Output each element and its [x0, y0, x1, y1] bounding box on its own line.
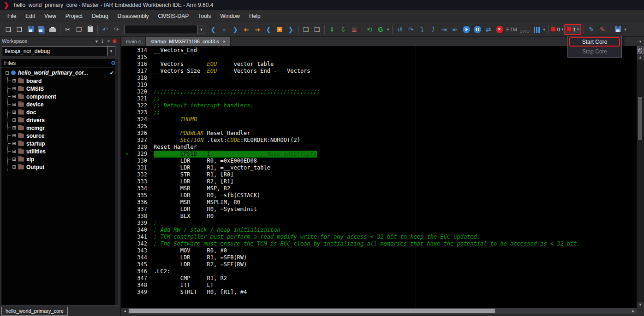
nav-back-button[interactable]: ❮ — [208, 24, 218, 35]
scroll-right-icon[interactable]: ▸ — [630, 309, 637, 313]
new-file-button[interactable]: ❏ — [3, 24, 13, 35]
edit-breakpoints-button[interactable]: ✎ — [597, 24, 608, 35]
code-line[interactable]: 334 MSR MSP, R2 — [121, 185, 637, 192]
breakpoint-gutter[interactable] — [121, 102, 131, 109]
menu-edit[interactable]: Edit — [21, 11, 40, 21]
tree-item-xip[interactable]: ⊞xip — [8, 155, 119, 163]
erase-memory-button[interactable]: ≣ — [349, 24, 359, 35]
editor-tab-startup-mimxrt1186-cm33-s[interactable]: startup_MIMXRT1186_cm33.s× — [146, 37, 231, 46]
config-dropdown-caret-icon[interactable]: ▾ — [107, 47, 115, 56]
breakpoint-gutter[interactable] — [121, 192, 131, 199]
tree-item-device[interactable]: ⊞device — [8, 100, 119, 108]
undo-button[interactable]: ↶ — [100, 24, 110, 35]
breakpoint-gutter[interactable] — [121, 185, 131, 192]
pin-icon[interactable]: ↧ — [101, 39, 104, 44]
expand-icon[interactable]: ⊞ — [11, 94, 17, 99]
next-bookmark-button[interactable]: ➜ — [252, 24, 262, 35]
tab-list-dropdown-icon[interactable]: ▾ — [637, 37, 644, 46]
expand-icon[interactable]: ⊞ — [11, 133, 17, 138]
expand-icon[interactable]: ⊞ — [11, 157, 17, 162]
download-flash-button[interactable]: ⇩ — [338, 24, 348, 35]
code-line[interactable]: 322;; Default interrupt handlers. — [121, 102, 637, 109]
tree-item-component[interactable]: ⊞component — [8, 93, 119, 100]
menu-cmsis-dap[interactable]: CMSIS-DAP — [154, 11, 194, 21]
code-line[interactable]: 317__Vectors_Size EQU __Vectors_End - __… — [121, 68, 637, 75]
cut-button[interactable]: ✂ — [63, 24, 73, 35]
breakpoint-gutter[interactable] — [121, 137, 131, 144]
download-and-debug-button[interactable]: ⇓ — [327, 24, 337, 35]
reset-button[interactable]: ↺ — [395, 24, 405, 35]
function-list-button[interactable]: f() — [637, 47, 644, 54]
breakpoint-gutter[interactable] — [121, 289, 131, 296]
breakpoint-gutter[interactable] — [121, 54, 131, 61]
breakpoint-gutter[interactable] — [121, 171, 131, 178]
toolbar-search-input[interactable] — [125, 25, 197, 34]
expand-icon[interactable]: ⊞ — [11, 125, 17, 130]
breakpoint-gutter[interactable] — [121, 247, 131, 254]
next-statement-button[interactable]: ⇥ — [439, 24, 449, 35]
expand-icon[interactable]: ⊞ — [11, 117, 17, 123]
code-line[interactable]: 320;;;;;;;;;;;;;;;;;;;;;;;;;;;;;;;;;;;;;… — [121, 88, 637, 95]
code-line[interactable]: 337 LDR R0, =SystemInit — [121, 206, 637, 213]
breakpoint-gutter[interactable] — [121, 240, 131, 247]
stop-build-button[interactable]: ❏ — [312, 24, 322, 35]
code-line[interactable]: 324 THUMB — [121, 116, 637, 123]
code-line[interactable]: 345 LDR R2, =SFE(RW) — [121, 261, 637, 268]
code-line[interactable]: 343 MOV R0, #0 — [121, 247, 637, 254]
code-line[interactable]: 342; The Software must ensure the TCM is… — [121, 240, 637, 247]
code-line[interactable]: 323;; — [121, 109, 637, 116]
menu-project[interactable]: Project — [61, 11, 87, 21]
tree-item-drivers[interactable]: ⊞drivers — [8, 116, 119, 124]
code-line[interactable]: 319 — [121, 82, 637, 88]
menu-window[interactable]: Window — [215, 11, 244, 21]
open-file-button[interactable]: ❐ — [14, 24, 24, 35]
expand-icon[interactable]: ⊞ — [11, 141, 17, 146]
breakpoint-gutter[interactable] — [121, 123, 131, 130]
breakpoint-gutter[interactable] — [121, 199, 131, 206]
workspace-tab[interactable]: hello_world_primary_core — [1, 307, 68, 316]
breakpoint-gutter[interactable] — [121, 158, 131, 164]
tree-item-source[interactable]: ⊞source — [8, 132, 119, 140]
vertical-scrollbar-thumb[interactable] — [638, 97, 642, 140]
breakpoint-gutter[interactable] — [121, 213, 131, 220]
menu-view[interactable]: View — [40, 11, 61, 21]
breakpoint-gutter[interactable] — [121, 109, 131, 116]
nav-forward-button[interactable]: ❯ — [230, 24, 240, 35]
copy-button[interactable]: ❐ — [74, 24, 84, 35]
break-button[interactable] — [472, 24, 483, 35]
tree-root-project[interactable]: ⊟hello_world_primary_cor...✔ — [4, 69, 119, 77]
tree-item-output[interactable]: ⊞Output — [8, 163, 119, 171]
code-line[interactable]: 341; TCM controller must perform a read-… — [121, 234, 637, 240]
expand-icon[interactable]: ⊞ — [11, 86, 17, 91]
scroll-down-icon[interactable]: ▼ — [637, 302, 644, 308]
toolbar-search-combobox[interactable]: ▾ — [124, 25, 205, 34]
menu-tools[interactable]: Tools — [193, 11, 215, 21]
breakpoint-gutter[interactable] — [121, 88, 131, 95]
code-line[interactable]: 328Reset_Handler — [121, 144, 637, 151]
code-line[interactable]: 321;; — [121, 95, 637, 102]
toolbar-dropdown-caret-icon[interactable]: ▾ — [624, 27, 626, 32]
expand-icon[interactable]: ⊞ — [11, 78, 17, 83]
code-line[interactable]: 327 SECTION .text:CODE:REORDER:NOROOT(2) — [121, 137, 637, 144]
menu-debug[interactable]: Debug — [87, 11, 113, 21]
breakpoint-gutter[interactable] — [121, 261, 131, 268]
tree-item-cmsis[interactable]: ⊞CMSIS — [8, 85, 119, 93]
menu-file[interactable]: File — [3, 11, 21, 21]
step-out-button[interactable]: ⤴ — [428, 24, 438, 35]
breakpoint-gutter[interactable] — [121, 68, 131, 75]
code-line[interactable]: 331 LDR R1, =__vector_table — [121, 164, 637, 171]
expand-icon[interactable]: ⊞ — [11, 164, 17, 170]
breakpoint-gutter[interactable] — [121, 164, 131, 171]
toolbar-dropdown-caret-icon[interactable]: ▾ — [387, 27, 389, 32]
toggle-source-disasm-button[interactable]: ⇄ — [483, 24, 494, 35]
dock-red-icon[interactable] — [113, 39, 117, 43]
browse-button[interactable]: ● — [219, 24, 229, 35]
breakpoint-gutter[interactable] — [121, 116, 131, 123]
code-line[interactable]: 348 ITT LT — [121, 282, 637, 289]
tree-item-startup[interactable]: ⊞startup — [8, 140, 119, 147]
breakpoint-gutter[interactable] — [121, 178, 131, 185]
breakpoint-gutter[interactable] — [121, 220, 131, 227]
save-session-button[interactable] — [613, 24, 623, 35]
code-line[interactable]: 346.LC2: — [121, 268, 637, 275]
breakpoint-gutter[interactable] — [121, 75, 131, 82]
